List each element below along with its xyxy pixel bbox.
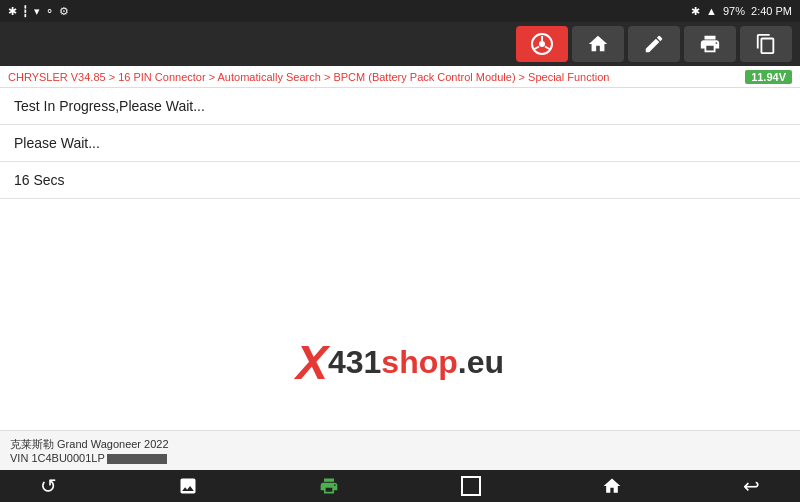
status-row-3: 16 Secs: [0, 162, 800, 199]
print-button[interactable]: [684, 26, 736, 62]
dnd-icon: ⚬: [45, 5, 54, 18]
watermark-431: 431: [328, 344, 381, 381]
steering-icon: [530, 32, 554, 56]
export-button[interactable]: [740, 26, 792, 62]
car-name: 克莱斯勒 Grand Wagoneer 2022: [10, 438, 169, 450]
bt-icon: ✱: [8, 5, 17, 18]
watermark-x: X: [296, 335, 328, 390]
edit-button[interactable]: [628, 26, 680, 62]
status-bar: ✱ ┇ ▾ ⚬ ⚙ ✱ ▲ 97% 2:40 PM: [0, 0, 800, 22]
signal-icon: ┇: [22, 5, 29, 18]
main-content: Test In Progress,Please Wait... Please W…: [0, 88, 800, 430]
svg-line-3: [535, 47, 540, 50]
watermark-eu: eu: [467, 344, 504, 381]
print-bottom-icon: [319, 476, 339, 496]
status-bar-right: ✱ ▲ 97% 2:40 PM: [691, 5, 792, 18]
wifi-status: ▲: [706, 5, 717, 17]
print-icon: [699, 33, 721, 55]
steering-wheel-button[interactable]: [516, 26, 568, 62]
watermark-shop: shop: [381, 344, 457, 381]
back-button[interactable]: ↩: [743, 474, 760, 498]
wifi-icon: ▾: [34, 5, 40, 18]
voltage-badge: 11.94V: [745, 70, 792, 84]
battery-pct: 97%: [723, 5, 745, 17]
gallery-icon: [178, 476, 198, 496]
nav-bar: [0, 22, 800, 66]
vehicle-info: 克莱斯勒 Grand Wagoneer 2022 VIN 1C4BU0001LP: [10, 437, 169, 464]
info-bar: 克莱斯勒 Grand Wagoneer 2022 VIN 1C4BU0001LP: [0, 430, 800, 470]
vin-redacted: [107, 454, 167, 464]
settings-icon: ⚙: [59, 5, 69, 18]
status-bar-left: ✱ ┇ ▾ ⚬ ⚙: [8, 5, 69, 18]
breadcrumb: CHRYSLER V34.85 > 16 PIN Connector > Aut…: [8, 71, 609, 83]
home-bottom-icon: [602, 476, 622, 496]
print-bottom-button[interactable]: [319, 476, 339, 496]
edit-icon: [643, 33, 665, 55]
status-row-2: Please Wait...: [0, 125, 800, 162]
bluetooth-status: ✱: [691, 5, 700, 18]
home-button[interactable]: [572, 26, 624, 62]
bottom-nav: ↺ ↩: [0, 470, 800, 502]
home-icon: [587, 33, 609, 55]
status-text-2: Please Wait...: [14, 135, 100, 151]
watermark-dot: .: [458, 344, 467, 381]
home-bottom-button[interactable]: [602, 476, 622, 496]
export-icon: [755, 33, 777, 55]
watermark: X 431 shop . eu: [296, 335, 504, 390]
svg-point-1: [539, 41, 545, 47]
gallery-button[interactable]: [178, 476, 198, 496]
refresh-button[interactable]: ↺: [40, 474, 57, 498]
status-text-3: 16 Secs: [14, 172, 65, 188]
square-button[interactable]: [461, 476, 481, 496]
svg-line-4: [545, 47, 550, 50]
status-row-1: Test In Progress,Please Wait...: [0, 88, 800, 125]
breadcrumb-bar: CHRYSLER V34.85 > 16 PIN Connector > Aut…: [0, 66, 800, 88]
time-display: 2:40 PM: [751, 5, 792, 17]
vin-label: VIN 1C4BU0001LP: [10, 452, 105, 464]
status-text-1: Test In Progress,Please Wait...: [14, 98, 205, 114]
